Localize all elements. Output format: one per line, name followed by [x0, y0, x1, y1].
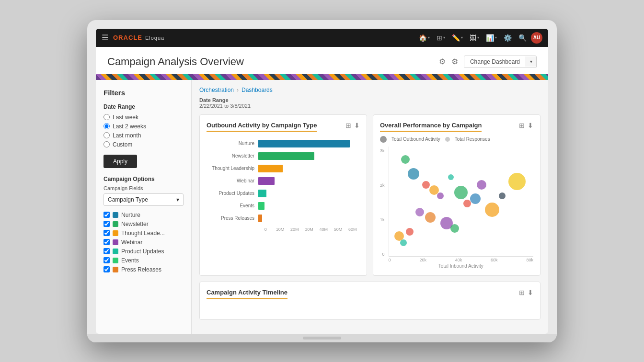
search-nav-icon[interactable]: 🔍 [516, 33, 529, 43]
timeline-chart-table-icon[interactable]: ⊞ [519, 289, 525, 296]
checkbox-events[interactable]: Events [104, 257, 184, 264]
dropdown-caret-icon: ▾ [176, 196, 179, 203]
timeline-chart-download-icon[interactable]: ⬇ [528, 289, 533, 296]
decorative-stripe [96, 74, 548, 80]
settings-nav-icon[interactable]: ⚙️ [501, 33, 514, 43]
main-content: Filters Date Range Last week Last 2 week… [96, 80, 548, 334]
checkbox-webinar[interactable]: Webinar [104, 239, 184, 246]
bubble-dot [400, 239, 407, 246]
breadcrumb-orchestration[interactable]: Orchestration [199, 87, 234, 93]
apply-button[interactable]: Apply [104, 155, 137, 168]
radio-last-2-weeks[interactable]: Last 2 weeks [104, 123, 184, 130]
bar-track-newsletter [258, 152, 360, 160]
radio-custom[interactable]: Custom [104, 141, 184, 148]
events-color-dot [113, 258, 118, 263]
timeline-chart-header: Campaign Activity Timeline ⊞ ⬇ [207, 289, 533, 299]
chart-nav-icon[interactable]: 📊▾ [483, 33, 499, 43]
radio-last-week[interactable]: Last week [104, 114, 184, 121]
grid-nav-icon[interactable]: ⊞▾ [434, 33, 448, 43]
dashboard-area: Orchestration › Dashboards Date Range 2/… [192, 80, 548, 334]
bubble-dot [470, 193, 481, 204]
bubble-legend: Total Outbound Activity Total Responses [380, 136, 533, 143]
bar-track-webinar [258, 177, 360, 185]
thought-leadership-label: Thought Leade... [121, 230, 165, 237]
laptop-bottom [87, 334, 557, 342]
checkbox-thought-leadership[interactable]: Thought Leade... [104, 230, 184, 237]
x-axis-labels: 0 10M 20M 30M 40M 50M 60M [211, 227, 360, 232]
charts-row: Outbound Activity by Campaign Type ⊞ ⬇ N… [199, 114, 540, 276]
campaign-fields-label: Campaign Fields [104, 185, 184, 191]
bubble-x-axis-title: Total Inbound Activity [389, 263, 533, 269]
bubble-dot [425, 212, 436, 223]
bar-track-events [258, 202, 360, 210]
date-range-filter-label: Date Range [104, 103, 184, 110]
bar-row-webinar: Webinar [211, 177, 360, 185]
hamburger-icon[interactable]: ☰ [102, 33, 108, 42]
performance-chart-download-icon[interactable]: ⬇ [528, 122, 533, 129]
bubble-dot [408, 168, 419, 180]
date-range-label: Date Range [199, 97, 229, 103]
bar-label-thought-leadership: Thought Leadership [211, 166, 254, 171]
bubble-dot [422, 181, 430, 189]
bar-label-newsletter: Newsletter [211, 153, 254, 158]
timeline-chart-title: Campaign Activity Timeline [207, 289, 288, 299]
campaign-type-dropdown[interactable]: Campaign Type ▾ [104, 193, 184, 206]
outbound-chart-download-icon[interactable]: ⬇ [354, 122, 360, 129]
bar-fill-product-updates [258, 190, 266, 197]
newsletter-label: Newsletter [121, 221, 149, 227]
checkbox-newsletter[interactable]: Newsletter [104, 221, 184, 227]
bubble-dot [463, 200, 471, 207]
outbound-chart-actions: ⊞ ⬇ [345, 122, 360, 129]
home-nav-icon[interactable]: 🏠▾ [416, 33, 432, 43]
bubble-x-labels: 0 20k 40k 60k 80k [389, 257, 533, 262]
bubble-dot [485, 203, 499, 217]
brand-logo: ORACLE Eloqua [113, 34, 164, 41]
filters-title: Filters [104, 89, 184, 97]
y-label-2k: 2k [380, 183, 385, 188]
bubble-dot [448, 174, 454, 180]
bubble-dot [406, 228, 414, 236]
checkbox-nurture[interactable]: Nurture [104, 212, 184, 218]
image-nav-icon[interactable]: 🖼▾ [467, 33, 482, 43]
bubble-dot [477, 180, 486, 190]
settings-gear-icon[interactable]: ⚙ [439, 57, 446, 66]
bubble-dot [499, 192, 506, 199]
bar-track-press-releases [258, 215, 360, 222]
laptop-notch [303, 337, 341, 339]
outbound-chart-title: Outbound Activity by Campaign Type [207, 122, 317, 132]
user-avatar[interactable]: AU [531, 32, 542, 44]
bar-fill-events [258, 202, 264, 210]
bar-label-product-updates: Product Updates [211, 191, 254, 196]
change-dashboard-label: Change Dashboard [464, 56, 526, 68]
outbound-chart-header: Outbound Activity by Campaign Type ⊞ ⬇ [207, 122, 360, 132]
bar-track-nurture [258, 140, 360, 147]
bubble-dot [437, 192, 444, 199]
performance-chart-title: Overall Performance by Campaign [380, 122, 482, 132]
bar-fill-thought-leadership [258, 165, 283, 172]
checkbox-press-releases[interactable]: Press Releases [104, 266, 184, 273]
checkbox-product-updates[interactable]: Product Updates [104, 248, 184, 255]
bubble-x-80k: 80k [526, 258, 533, 262]
bar-chart-container: Nurture Newsletter [207, 140, 360, 232]
y-label-3k: 3k [380, 148, 385, 153]
campaign-type-value: Campaign Type [108, 196, 148, 203]
change-dashboard-button[interactable]: Change Dashboard ▾ [464, 56, 537, 68]
settings-gear-icon-2[interactable]: ⚙ [451, 57, 458, 66]
y-axis: 3k 2k 1k 0 [380, 147, 387, 257]
bar-fill-press-releases [258, 215, 262, 222]
performance-chart-table-icon[interactable]: ⊞ [519, 122, 525, 129]
header-actions: ⚙ ⚙ Change Dashboard ▾ [439, 56, 537, 68]
bubble-dot [415, 208, 424, 216]
breadcrumb-dashboards[interactable]: Dashboards [242, 87, 273, 93]
bar-label-nurture: Nurture [211, 141, 254, 146]
radio-last-month[interactable]: Last month [104, 132, 184, 139]
overall-performance-chart: Overall Performance by Campaign ⊞ ⬇ Tota… [373, 114, 540, 276]
eloqua-text: Eloqua [145, 35, 164, 41]
x-label-0: 0 [258, 227, 273, 232]
edit-nav-icon[interactable]: ✏️▾ [449, 33, 465, 43]
events-label: Events [121, 257, 139, 264]
bubble-dot [454, 186, 468, 199]
outbound-chart-table-icon[interactable]: ⊞ [345, 122, 351, 129]
top-navigation: ☰ ORACLE Eloqua 🏠▾ ⊞▾ ✏️▾ 🖼▾ 📊▾ ⚙️ 🔍 AU [96, 29, 548, 47]
bubble-chart-area [389, 147, 533, 257]
